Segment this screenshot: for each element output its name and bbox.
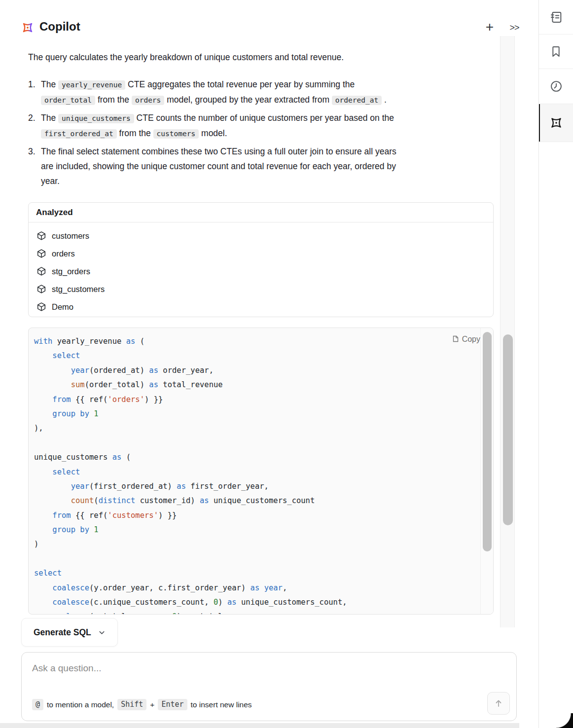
chat-scrollbar-thumb[interactable] — [503, 334, 513, 525]
code-line: select — [34, 465, 347, 479]
analyzed-panel-title: Analyzed — [29, 203, 493, 222]
explanation-list: 1.The yearly_revenue CTE aggregates the … — [28, 77, 494, 191]
analyzed-model-row[interactable]: Demo — [29, 298, 493, 316]
inline-code: unique_customers — [58, 114, 134, 123]
code-line — [34, 436, 347, 450]
question-input[interactable]: Ask a question... — [32, 663, 101, 674]
inline-code: customers — [153, 129, 199, 139]
sql-code-block: with yearly_revenue as ( select year(ord… — [28, 328, 494, 615]
generate-sql-label: Generate SQL — [34, 627, 91, 638]
code-line: ), — [34, 421, 347, 436]
code-line: ) — [34, 537, 347, 551]
model-name: Demo — [52, 302, 73, 312]
composer-hint: @to mention a model,Shift+Enterto insert… — [32, 699, 252, 710]
inline-code: yearly_revenue — [58, 80, 125, 90]
copilot-panel: Copilot + >> The query calculates the ye… — [0, 0, 573, 728]
analyzed-model-row[interactable]: orders — [29, 245, 493, 262]
notebook-icon — [549, 10, 563, 24]
keyboard-key-chip: Enter — [158, 699, 187, 710]
model-name: orders — [52, 249, 75, 258]
rail-item-copilot[interactable] — [539, 104, 573, 142]
hint-text: to mention a model, — [47, 700, 114, 709]
code-scrollbar[interactable] — [480, 328, 494, 614]
collapse-panel-button[interactable]: >> — [506, 21, 523, 35]
new-chat-button[interactable]: + — [482, 19, 497, 36]
bookmark-icon — [549, 45, 563, 58]
explanation-intro: The query calculates the yearly breakdow… — [28, 50, 492, 65]
page-title: Copilot — [39, 20, 80, 34]
analyzed-model-row[interactable]: stg_orders — [29, 262, 493, 280]
explanation-item: 3.The final select statement combines th… — [28, 144, 494, 188]
code-line: year(ordered_at) as order_year, — [34, 364, 347, 378]
rail-item-notebook[interactable] — [539, 0, 573, 35]
code-line: select — [34, 566, 347, 581]
code-line: group by 1 — [34, 407, 347, 421]
question-composer: Ask a question... @to mention a model,Sh… — [21, 652, 517, 721]
generate-sql-button[interactable]: Generate SQL — [21, 618, 118, 647]
code-line: select — [34, 349, 347, 363]
history-icon — [549, 79, 563, 93]
hint-text: + — [150, 700, 154, 709]
model-cube-icon — [36, 266, 46, 276]
chevron-down-icon — [98, 629, 106, 636]
copy-label: Copy — [462, 335, 480, 344]
model-cube-icon — [36, 284, 46, 294]
rail-item-bookmark[interactable] — [539, 35, 573, 69]
inline-code: orders — [132, 96, 164, 105]
model-name: stg_orders — [52, 267, 90, 276]
copy-icon — [451, 335, 459, 344]
code-line: group by 1 — [34, 523, 347, 537]
chat-scrollbar[interactable] — [500, 36, 515, 627]
copy-code-button[interactable]: Copy — [451, 335, 480, 344]
code-line: from {{ ref('orders') }} — [34, 393, 347, 407]
bottom-edge — [0, 723, 519, 728]
code-line: coalesce(c.unique_customers_count, 0) as… — [34, 595, 347, 610]
list-number: 1. — [28, 77, 36, 92]
code-line: sum(order_total) as total_revenue — [34, 378, 347, 392]
window-corner — [556, 713, 573, 728]
keyboard-key-chip: @ — [32, 699, 43, 710]
keyboard-key-chip: Shift — [117, 699, 146, 710]
analyzed-model-list: customers orders stg_orders stg_customer… — [29, 222, 493, 316]
copilot-icon — [549, 115, 564, 130]
code-line: unique_customers as ( — [34, 450, 347, 465]
code-scrollbar-thumb[interactable] — [483, 332, 492, 551]
code-line: count(distinct customer_id) as unique_cu… — [34, 494, 347, 508]
code-line: from {{ ref('customers') }} — [34, 509, 347, 523]
hint-text: to insert new lines — [191, 700, 252, 709]
copilot-logo-icon — [21, 21, 35, 35]
analyzed-panel: Analyzed customers orders stg_orders stg… — [28, 202, 494, 317]
sql-code: with yearly_revenue as ( select year(ord… — [34, 334, 347, 615]
explanation-item: 1.The yearly_revenue CTE aggregates the … — [28, 77, 494, 108]
right-rail — [538, 0, 573, 728]
inline-code: order_total — [41, 96, 95, 105]
list-number: 3. — [28, 144, 36, 159]
inline-code: first_ordered_at — [41, 129, 117, 139]
code-line: coalesce(y.total_revenue, 0) as total_re… — [34, 610, 347, 615]
code-line: coalesce(y.order_year, c.first_order_yea… — [34, 581, 347, 595]
model-name: customers — [52, 231, 89, 241]
model-name: stg_customers — [52, 285, 105, 294]
code-line: with yearly_revenue as ( — [34, 334, 347, 349]
analyzed-model-row[interactable]: customers — [29, 227, 493, 245]
rail-item-history[interactable] — [539, 69, 573, 104]
analyzed-model-row[interactable]: stg_customers — [29, 280, 493, 298]
code-line: year(first_ordered_at) as first_order_ye… — [34, 479, 347, 494]
code-line — [34, 552, 347, 566]
model-cube-icon — [36, 302, 46, 312]
arrow-up-icon — [494, 698, 503, 708]
send-button[interactable] — [487, 692, 510, 715]
list-number: 2. — [28, 110, 36, 125]
explanation-item: 2.The unique_customers CTE counts the nu… — [28, 110, 494, 141]
inline-code: ordered_at — [332, 96, 382, 105]
model-cube-icon — [36, 249, 46, 258]
model-cube-icon — [36, 231, 46, 241]
